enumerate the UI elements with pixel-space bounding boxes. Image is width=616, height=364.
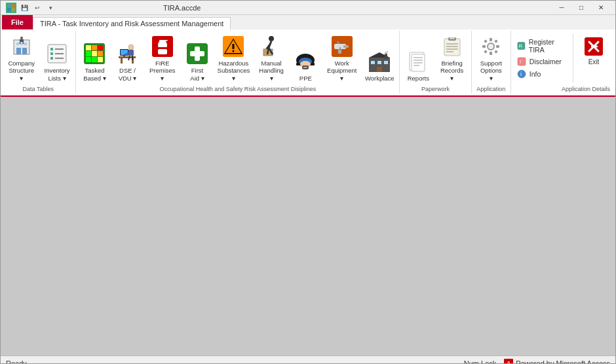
app-icon	[6, 3, 16, 13]
minimize-button[interactable]: ─	[552, 3, 571, 13]
ms-access-icon: A	[504, 359, 513, 364]
svg-line-13	[23, 42, 24, 44]
inventory-lists-icon	[45, 42, 69, 65]
ppe-label: PPE	[299, 75, 312, 82]
close-button[interactable]: ✕	[592, 3, 610, 13]
disclaimer-item[interactable]: ! Disclaimer	[515, 56, 570, 67]
fire-premises-icon	[151, 35, 174, 58]
title-bar: 💾 ↩ ▾ TIRA.accde ─ □ ✕	[1, 1, 615, 15]
disclaimer-label: Disclaimer	[529, 58, 562, 65]
num-lock-indicator: Num Lock	[464, 359, 497, 364]
home-tab[interactable]: TIRA - Task Inventory and Risk Assessmen…	[33, 17, 231, 30]
paperwork-items: Reports	[402, 32, 469, 84]
maximize-button[interactable]: □	[572, 3, 590, 13]
company-structure-button[interactable]: CompanyStructure ▾	[3, 32, 40, 84]
svg-point-101	[488, 44, 493, 49]
reports-button[interactable]: Reports	[402, 47, 434, 84]
main-content-area	[1, 97, 615, 355]
svg-rect-51	[190, 51, 204, 56]
hazardous-substances-button[interactable]: HazardousSubstances ▾	[214, 32, 253, 84]
inventory-lists-button[interactable]: InventoryLists ▾	[41, 39, 73, 84]
svg-rect-108	[484, 50, 488, 54]
workplace-button[interactable]: Workplace	[362, 47, 396, 84]
svg-rect-8	[20, 43, 23, 45]
tasked-based-label: TaskedBased ▾	[83, 67, 106, 82]
status-right: Num Lock A Powered by Microsoft Access	[464, 359, 610, 364]
app-details-label: Application Details	[515, 86, 611, 92]
svg-point-31	[128, 45, 134, 50]
svg-rect-3	[11, 8, 15, 12]
svg-rect-25	[86, 51, 91, 56]
exit-button[interactable]: Exit	[576, 32, 611, 84]
reports-icon	[406, 50, 430, 73]
dse-vdu-button[interactable]: DSE /VDU ▾	[111, 39, 143, 84]
svg-rect-105	[496, 45, 499, 48]
fire-premises-label: FIREPremises ▾	[148, 60, 176, 82]
svg-point-114	[518, 70, 526, 78]
file-tab[interactable]: File	[2, 15, 33, 29]
manual-handling-icon	[260, 35, 283, 58]
app-details-list: R Register TIRA ! Disclaimer	[515, 32, 570, 84]
svg-text:R: R	[519, 43, 522, 49]
powered-by-badge: A Powered by Microsoft Access	[504, 359, 610, 364]
svg-rect-32	[128, 50, 134, 56]
svg-rect-0	[7, 4, 11, 8]
status-text: Ready	[6, 359, 27, 364]
workplace-label: Workplace	[365, 75, 395, 82]
svg-rect-17	[50, 52, 53, 55]
tasked-based-icon	[83, 42, 106, 65]
svg-rect-74	[343, 45, 349, 48]
powered-by-text: Powered by Microsoft Access	[516, 359, 610, 364]
register-icon: R	[517, 41, 526, 50]
paperwork-label: Paperwork	[420, 86, 451, 92]
save-quick-btn[interactable]: 💾	[19, 3, 29, 13]
disclaimer-icon: !	[517, 57, 526, 66]
first-aid-button[interactable]: FirstAid ▾	[182, 39, 213, 84]
company-structure-label: CompanyStructure ▾	[7, 60, 36, 82]
svg-rect-80	[371, 61, 375, 64]
briefing-records-button[interactable]: BriefingRecords ▾	[435, 32, 469, 84]
info-item[interactable]: i Info	[515, 69, 570, 79]
window-title: TIRA.accde	[163, 4, 201, 12]
svg-rect-107	[495, 39, 499, 43]
hazardous-substances-label: HazardousSubstances ▾	[218, 60, 250, 82]
fire-premises-button[interactable]: FIREPremises ▾	[144, 32, 180, 84]
application-label: Application	[475, 86, 507, 92]
manual-handling-button[interactable]: ManualHandling ▾	[254, 32, 289, 84]
work-equipment-button[interactable]: WorkEquipment ▾	[322, 32, 361, 84]
ribbon-tab-bar: File TIRA - Task Inventory and Risk Asse…	[1, 15, 615, 29]
svg-rect-106	[484, 39, 488, 43]
svg-rect-23	[92, 45, 97, 50]
ribbon-group-app-details: R Register TIRA ! Disclaimer	[511, 31, 615, 94]
svg-rect-47	[164, 40, 168, 41]
ppe-button[interactable]: PPE	[290, 47, 321, 84]
svg-rect-27	[98, 51, 103, 56]
divider	[573, 33, 573, 83]
hazardous-substances-icon	[221, 35, 245, 58]
svg-rect-6	[22, 48, 27, 54]
support-options-button[interactable]: SupportOptions ▾	[474, 32, 508, 84]
svg-point-57	[269, 36, 274, 41]
svg-rect-46	[158, 49, 167, 54]
manual-handling-label: ManualHandling ▾	[258, 60, 285, 82]
first-aid-label: FirstAid ▾	[190, 67, 204, 82]
app-details-content: R Register TIRA ! Disclaimer	[515, 32, 611, 84]
svg-rect-84	[385, 54, 387, 59]
tasked-based-button[interactable]: TaskedBased ▾	[79, 39, 110, 84]
undo-quick-btn[interactable]: ↩	[32, 3, 43, 13]
svg-rect-9	[24, 43, 27, 45]
svg-rect-29	[92, 57, 97, 62]
quick-access-toolbar: 💾 ↩ ▾	[6, 3, 56, 13]
svg-rect-48	[159, 47, 166, 49]
svg-rect-103	[490, 52, 492, 55]
svg-text:!: !	[520, 59, 521, 65]
support-options-label: SupportOptions ▾	[478, 60, 504, 82]
svg-rect-81	[377, 61, 381, 64]
register-tira-item[interactable]: R Register TIRA	[515, 37, 570, 54]
svg-rect-2	[7, 8, 11, 12]
svg-rect-28	[86, 57, 91, 62]
dropdown-quick-btn[interactable]: ▾	[45, 3, 56, 13]
svg-rect-1	[11, 4, 15, 8]
svg-rect-109	[495, 50, 499, 54]
work-equipment-icon	[330, 35, 354, 58]
